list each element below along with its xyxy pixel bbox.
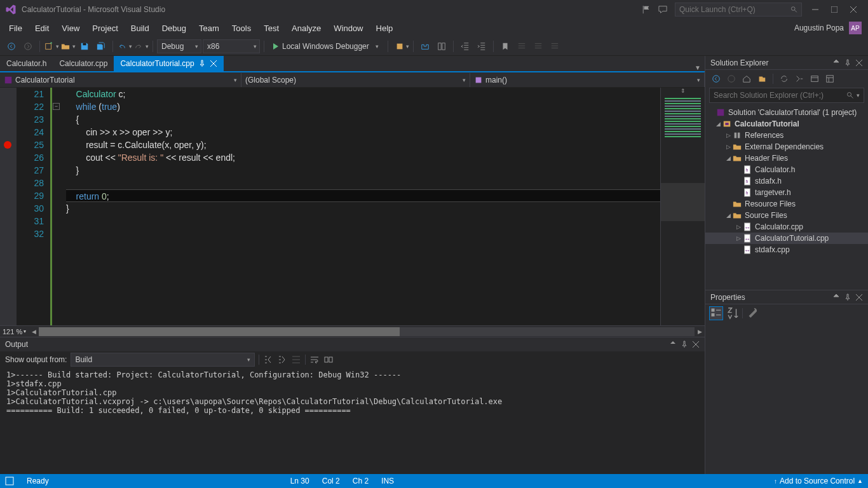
splitter-icon[interactable]: ⇕ (661, 88, 705, 94)
clear-icon[interactable] (291, 355, 301, 365)
menu-team[interactable]: Team (193, 21, 226, 36)
undo-button[interactable] (117, 39, 132, 54)
toggle-icon[interactable] (323, 355, 334, 365)
user-avatar[interactable]: AP (849, 22, 862, 34)
file-node[interactable]: hstdafx.h (705, 175, 868, 187)
redo-button[interactable] (133, 39, 149, 54)
tab[interactable]: CalculatorTutorial.cpp (114, 56, 223, 71)
alphabetical-button[interactable] (726, 306, 740, 320)
file-node[interactable]: ▷++Calculator.cpp (705, 221, 868, 233)
menu-edit[interactable]: Edit (29, 21, 55, 36)
new-project-button[interactable] (44, 39, 59, 54)
pin-icon[interactable] (844, 59, 851, 67)
scope-project-combo[interactable]: CalculatorTutorial (0, 73, 241, 87)
hscroll-thumb[interactable] (39, 327, 399, 336)
open-file-button[interactable] (60, 39, 76, 54)
references-node[interactable]: ▷References (705, 130, 868, 141)
output-from-combo[interactable]: Build (71, 353, 255, 367)
hscroll-track[interactable] (39, 327, 695, 336)
close-icon[interactable] (855, 59, 863, 67)
comment-button[interactable] (514, 39, 529, 54)
menu-tools[interactable]: Tools (226, 21, 257, 36)
window-icon[interactable] (434, 39, 449, 54)
solution-search[interactable]: ▾ (709, 88, 864, 103)
solution-tree[interactable]: Solution 'CalculatorTutorial' (1 project… (705, 105, 868, 290)
nav-back-button[interactable] (4, 39, 19, 54)
uncomment-button[interactable] (531, 39, 546, 54)
menu-view[interactable]: View (55, 21, 86, 36)
indent-button[interactable] (474, 39, 489, 54)
menu-window[interactable]: Window (327, 21, 369, 36)
file-node[interactable]: ++stdafx.cpp (705, 244, 868, 255)
code-editor[interactable]: 212223242526272829303132 − Calculator c;… (0, 88, 705, 325)
show-all-button[interactable] (808, 72, 822, 86)
menu-debug[interactable]: Debug (156, 21, 193, 36)
platform-combo[interactable]: x86 (203, 39, 260, 53)
nav-forward-button[interactable] (20, 39, 36, 54)
wrench-button[interactable] (745, 306, 759, 320)
header-files-node[interactable]: ◢Header Files (705, 152, 868, 164)
window-position-icon[interactable] (832, 294, 840, 301)
toggle-button[interactable] (547, 39, 562, 54)
tab-dropdown-icon[interactable]: ▼ (695, 64, 701, 71)
minimap[interactable]: ⇕ (660, 88, 705, 325)
save-button[interactable] (77, 39, 92, 54)
word-wrap-icon[interactable] (309, 355, 320, 365)
save-all-button[interactable] (93, 39, 109, 54)
file-node[interactable]: ▷++CalculatorTutorial.cpp (705, 233, 868, 244)
resource-files-node[interactable]: Resource Files (705, 198, 868, 210)
menu-file[interactable]: File (3, 21, 29, 36)
minimize-button[interactable] (806, 3, 825, 16)
menu-test[interactable]: Test (257, 21, 285, 36)
window-position-icon[interactable] (832, 59, 840, 67)
menu-help[interactable]: Help (370, 21, 400, 36)
file-node[interactable]: htargetver.h (705, 187, 868, 198)
close-icon[interactable] (210, 60, 217, 67)
outdent-button[interactable] (458, 39, 473, 54)
config-combo[interactable]: Debug (157, 39, 201, 53)
close-icon[interactable] (855, 294, 863, 301)
zoom-combo[interactable]: 121 % (0, 328, 29, 336)
flag-icon[interactable] (642, 5, 651, 14)
categorized-button[interactable] (709, 306, 723, 320)
project-node[interactable]: ◢CalculatorTutorial (705, 118, 868, 130)
source-control-button[interactable]: ↑Add to Source Control▲ (774, 477, 863, 485)
tab[interactable]: Calculator.h (0, 56, 53, 71)
tab[interactable]: Calculator.cpp (53, 56, 114, 71)
refresh-button[interactable] (777, 72, 791, 86)
quick-launch-input[interactable] (679, 5, 790, 14)
back-button[interactable] (709, 72, 723, 86)
maximize-button[interactable] (825, 3, 844, 16)
window-position-icon[interactable] (669, 341, 677, 348)
sync-button[interactable] (755, 72, 769, 86)
menu-project[interactable]: Project (86, 21, 124, 36)
pin-icon[interactable] (681, 341, 688, 348)
solution-search-input[interactable] (714, 91, 846, 100)
scroll-right-button[interactable]: ▶ (695, 329, 705, 335)
pin-icon[interactable] (198, 60, 206, 67)
step-over-icon[interactable] (392, 39, 407, 54)
bookmark-button[interactable] (498, 39, 513, 54)
fold-gutter[interactable]: − (52, 88, 61, 325)
scroll-left-button[interactable]: ◀ (29, 329, 39, 335)
properties-button[interactable] (823, 72, 837, 86)
scope-function-combo[interactable]: main() (470, 73, 705, 87)
external-deps-node[interactable]: ▷External Dependencies (705, 141, 868, 152)
goto-next-icon[interactable] (277, 355, 287, 365)
goto-prev-icon[interactable] (263, 355, 273, 365)
start-debugging-button[interactable]: Local Windows Debugger (268, 39, 384, 53)
menu-analyze[interactable]: Analyze (285, 21, 327, 36)
breakpoint-icon[interactable] (4, 141, 11, 149)
solution-node[interactable]: Solution 'CalculatorTutorial' (1 project… (705, 107, 868, 118)
quick-launch[interactable] (675, 3, 802, 17)
collapse-button[interactable] (792, 72, 806, 86)
scope-namespace-combo[interactable]: (Global Scope) (241, 73, 470, 87)
output-text[interactable]: 1>------ Build started: Project: Calcula… (0, 368, 705, 474)
close-window-button[interactable] (844, 3, 863, 16)
menu-build[interactable]: Build (125, 21, 156, 36)
feedback-icon[interactable] (658, 5, 667, 14)
user-name[interactable]: Augustin Popa (794, 24, 844, 32)
home-button[interactable] (740, 72, 754, 86)
fwd-button[interactable] (724, 72, 738, 86)
source-files-node[interactable]: ◢Source Files (705, 210, 868, 221)
